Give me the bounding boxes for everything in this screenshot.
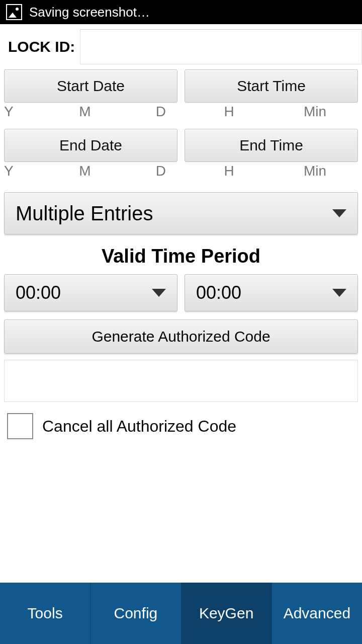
tab-advanced-label: Advanced: [284, 605, 350, 622]
valid-period-title: Valid Time Period: [0, 246, 362, 267]
entries-dropdown[interactable]: Multiple Entries: [4, 192, 358, 234]
chevron-down-icon: [152, 289, 166, 297]
label-h2: H: [186, 163, 272, 179]
label-h: H: [186, 104, 272, 120]
image-icon: [6, 4, 22, 20]
end-time-button[interactable]: End Time: [185, 129, 358, 162]
label-m: M: [58, 104, 112, 120]
tab-keygen[interactable]: KeyGen: [182, 583, 272, 644]
tab-config-label: Config: [114, 605, 158, 622]
start-time-label: Start Time: [237, 77, 306, 95]
tab-config[interactable]: Config: [90, 583, 181, 644]
start-date-sublabels: Y M D: [4, 104, 176, 120]
status-bar: Saving screenshot…: [0, 0, 362, 24]
period-from-dropdown[interactable]: 00:00: [4, 274, 177, 311]
entries-dropdown-label: Multiple Entries: [16, 202, 153, 225]
label-min2: Min: [272, 163, 358, 179]
status-title: Saving screenshot…: [29, 5, 150, 20]
label-min: Min: [272, 104, 358, 120]
label-m2: M: [58, 163, 112, 179]
chevron-down-icon: [332, 289, 346, 297]
tab-advanced[interactable]: Advanced: [272, 583, 362, 644]
tab-tools-label: Tools: [28, 605, 63, 622]
period-to-dropdown[interactable]: 00:00: [185, 274, 358, 311]
start-time-button[interactable]: Start Time: [185, 69, 358, 103]
label-y: Y: [4, 104, 58, 120]
period-to-value: 00:00: [196, 282, 241, 303]
start-date-label: Start Date: [57, 77, 125, 95]
label-d: D: [112, 104, 176, 120]
period-from-value: 00:00: [16, 282, 61, 303]
cancel-all-checkbox[interactable]: [7, 413, 33, 439]
tab-tools[interactable]: Tools: [0, 583, 90, 644]
start-date-button[interactable]: Start Date: [4, 69, 177, 103]
end-time-sublabels: H Min: [176, 163, 358, 179]
generate-code-label: Generate Authorized Code: [92, 328, 270, 345]
start-time-sublabels: H Min: [176, 104, 358, 120]
bottom-nav: Tools Config KeyGen Advanced: [0, 583, 362, 644]
chevron-down-icon: [332, 209, 346, 217]
end-time-label: End Time: [239, 137, 303, 154]
cancel-all-label: Cancel all Authorized Code: [42, 417, 236, 436]
label-y2: Y: [4, 163, 58, 179]
authorized-code-output: [4, 360, 358, 402]
label-d2: D: [112, 163, 176, 179]
end-date-label: End Date: [59, 137, 122, 154]
end-date-button[interactable]: End Date: [4, 129, 177, 162]
lock-id-input[interactable]: [80, 29, 362, 64]
end-date-sublabels: Y M D: [4, 163, 176, 179]
generate-code-button[interactable]: Generate Authorized Code: [4, 319, 358, 354]
lock-id-label: LOCK ID:: [8, 38, 75, 55]
tab-keygen-label: KeyGen: [199, 605, 253, 622]
